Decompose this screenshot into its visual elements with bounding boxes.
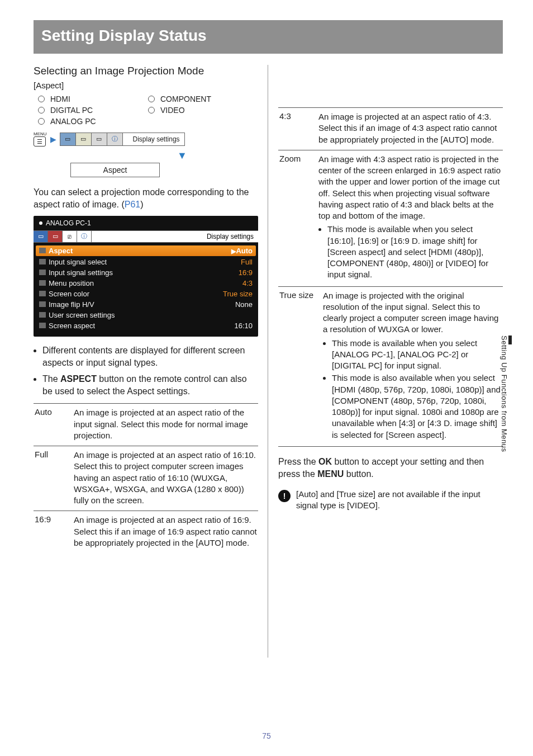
osd-tab-strip: ▭ ▭ ⎚ ⓘ Display settings <box>34 230 258 243</box>
menu-path: MENU ☰ ▶ ▭ ▭ ▭ ⓘ Display settings <box>34 131 258 147</box>
side-tab: Setting Up Functions from Menus <box>500 336 512 452</box>
tab-icon: ▭ <box>76 133 92 145</box>
tab-label: Display settings <box>123 133 184 145</box>
osd-row: Screen aspect16:10 <box>39 320 253 331</box>
definition-table-left: Auto An image is projected at an aspect … <box>34 403 258 553</box>
tab-icon: ▭ <box>48 231 63 242</box>
tab-icon: ▭ <box>34 231 48 242</box>
tab-icon: ▭ <box>60 133 76 145</box>
radio-icon <box>148 96 155 102</box>
osd-row: Image flip H/VNone <box>39 299 253 310</box>
row-icon <box>39 248 46 253</box>
list-item: This mode is also available when you sel… <box>332 372 502 441</box>
tab-mark-icon <box>508 336 512 344</box>
bullet-icon <box>39 221 42 225</box>
page-title: Setting Display Status <box>34 20 503 54</box>
menu-button-icon: MENU ☰ <box>34 131 47 147</box>
radio-component: COMPONENT <box>148 94 258 103</box>
row-icon <box>39 312 46 318</box>
definition-table-right: 4:3 An image is projected at an aspect r… <box>278 107 503 447</box>
definition-row: 16:9 An image is projected at an aspect … <box>34 511 258 553</box>
osd-menu: ANALOG PC-1 ▭ ▭ ⎚ ⓘ Display settings Asp… <box>34 216 258 337</box>
osd-row: AspectAuto <box>36 245 256 256</box>
row-icon <box>39 291 46 296</box>
definition-row: Full An image is projected at an aspect … <box>34 446 258 511</box>
definition-row: Auto An image is projected at an aspect … <box>34 403 258 446</box>
row-icon <box>39 280 46 286</box>
info-icon: ⓘ <box>107 133 123 145</box>
info-icon: ⓘ <box>77 231 92 242</box>
osd-row: Screen colorTrue size <box>39 289 253 299</box>
radio-icon <box>148 107 155 114</box>
radio-digital-pc: DIGITAL PC <box>38 106 148 115</box>
note-box: ! [Auto] and [True size] are not availab… <box>278 489 503 512</box>
row-icon <box>39 323 46 328</box>
right-column: 4:3 An image is projected at an aspect r… <box>278 65 503 553</box>
osd-title: ANALOG PC-1 <box>34 216 258 230</box>
press-instruction: Press the OK button to accept your setti… <box>278 456 503 481</box>
page-link[interactable]: P61 <box>125 200 140 209</box>
notes-list: Different contents are displayed for dif… <box>34 344 258 398</box>
intro-paragraph: You can select a projection mode corresp… <box>34 186 258 211</box>
radio-icon <box>38 118 45 125</box>
list-item: The ASPECT button on the remote control … <box>42 373 258 398</box>
definition-row: True size An image is projected with the… <box>278 286 503 447</box>
note-text: [Auto] and [True size] are not available… <box>296 489 503 512</box>
radio-video: VIDEO <box>148 106 258 115</box>
definition-row: 4:3 An image is projected at an aspect r… <box>278 107 503 150</box>
row-icon <box>39 270 46 275</box>
left-column: Selecting an Image Projection Mode [Aspe… <box>34 65 258 553</box>
list-item: Different contents are displayed for dif… <box>42 344 258 370</box>
row-icon <box>39 301 46 307</box>
chevron-right-icon: ▶ <box>50 135 56 144</box>
radio-icon <box>38 107 45 114</box>
radio-icon <box>38 96 45 102</box>
osd-row: Input signal settings16:9 <box>39 267 253 278</box>
input-type-grid: HDMI COMPONENT DIGITAL PC VIDEO ANALOG P… <box>38 94 258 126</box>
row-icon <box>39 259 46 264</box>
list-item: This mode is available when you select [… <box>332 338 502 372</box>
list-item: This mode is available when you select [… <box>327 224 502 280</box>
tab-icon: ▭ <box>92 133 107 145</box>
radio-analog-pc: ANALOG PC <box>38 117 148 126</box>
arrow-down-icon: ▼ <box>106 150 258 162</box>
osd-row: User screen settings <box>39 310 253 320</box>
aspect-box: Aspect <box>70 163 160 177</box>
tab-icon: ⎚ <box>63 231 77 242</box>
page-number: 75 <box>0 731 533 740</box>
tab-strip: ▭ ▭ ▭ ⓘ Display settings <box>60 133 185 146</box>
radio-hdmi: HDMI <box>38 94 148 103</box>
osd-tab-label: Display settings <box>92 233 258 240</box>
definition-row: Zoom An image with 4:3 aspect ratio is p… <box>278 150 503 286</box>
info-icon: ! <box>278 490 291 502</box>
osd-row: Menu position4:3 <box>39 278 253 289</box>
osd-row: Input signal selectFull <box>39 257 253 267</box>
aspect-bracket-label: [Aspect] <box>34 81 258 90</box>
section-heading: Selecting an Image Projection Mode <box>34 65 258 77</box>
